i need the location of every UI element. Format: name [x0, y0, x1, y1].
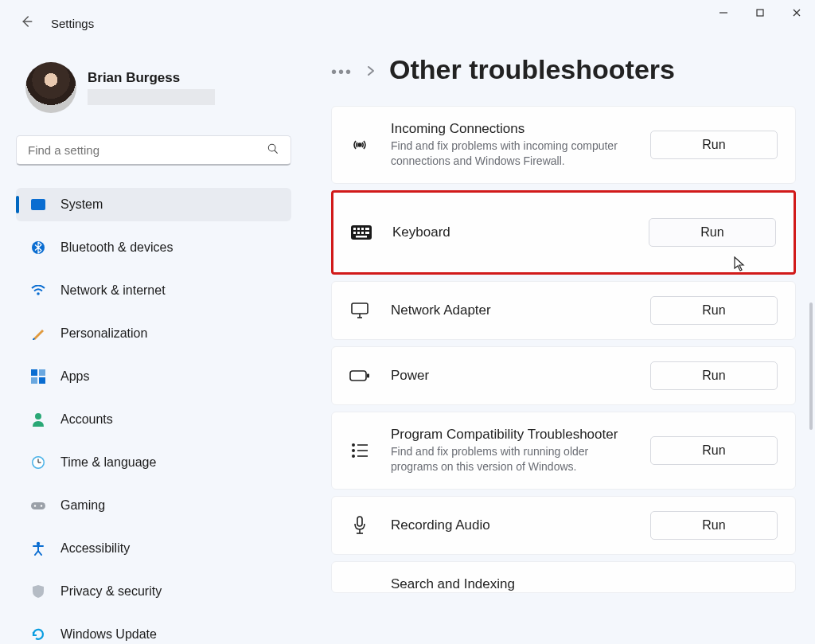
run-button[interactable]: Run	[650, 296, 778, 325]
user-profile[interactable]: Brian Burgess	[25, 62, 291, 113]
svg-rect-7	[31, 199, 45, 210]
svg-rect-30	[357, 232, 360, 234]
nav-accounts[interactable]: Accounts	[16, 403, 291, 436]
nav-personalization[interactable]: Personalization	[16, 317, 291, 350]
battery-icon	[348, 369, 372, 382]
nav-update[interactable]: Windows Update	[16, 618, 291, 644]
troubleshooter-recording-audio: Recording Audio Run	[331, 496, 796, 555]
main-content: ••• Other troubleshooters Incoming Conne…	[331, 59, 796, 632]
nav: System Bluetooth & devices Network & int…	[16, 188, 291, 644]
svg-point-9	[37, 292, 40, 295]
minimize-button[interactable]	[705, 0, 742, 25]
nav-privacy[interactable]: Privacy & security	[16, 575, 291, 608]
svg-line-6	[275, 150, 277, 153]
run-button[interactable]: Run	[650, 436, 778, 465]
close-button[interactable]	[778, 0, 815, 25]
svg-rect-29	[353, 232, 356, 234]
svg-rect-11	[39, 369, 45, 376]
svg-rect-13	[39, 377, 45, 384]
troubleshooter-incoming-connections: Incoming Connections Find and fix proble…	[331, 106, 796, 184]
troubleshooter-title: Search and Indexing	[391, 576, 778, 592]
svg-rect-38	[367, 373, 369, 377]
run-button[interactable]: Run	[650, 131, 778, 159]
nav-label: Apps	[60, 369, 89, 384]
nav-label: System	[60, 197, 103, 212]
troubleshooter-search-indexing: Search and Indexing	[331, 561, 796, 593]
page-title: Other troubleshooters	[389, 59, 675, 85]
mic-icon	[348, 516, 372, 535]
gamepad-icon	[30, 500, 46, 511]
svg-rect-32	[365, 232, 369, 234]
person-icon	[30, 412, 46, 427]
header: Settings	[19, 14, 94, 33]
user-email-placeholder	[88, 89, 215, 105]
list-icon	[348, 443, 372, 459]
nav-label: Network & internet	[60, 283, 166, 298]
run-button[interactable]: Run	[649, 218, 776, 247]
svg-rect-10	[31, 369, 37, 376]
svg-point-21	[41, 505, 42, 506]
nav-accessibility[interactable]: Accessibility	[16, 532, 291, 565]
window-controls	[705, 0, 815, 32]
back-button[interactable]	[19, 14, 33, 33]
svg-point-41	[353, 449, 354, 451]
nav-bluetooth[interactable]: Bluetooth & devices	[16, 231, 291, 264]
antenna-icon	[348, 135, 372, 154]
svg-rect-28	[365, 228, 369, 230]
svg-rect-27	[361, 228, 364, 230]
svg-point-23	[358, 143, 361, 146]
scrollbar[interactable]	[809, 302, 813, 430]
troubleshooter-power: Power Run	[331, 346, 796, 405]
run-button[interactable]: Run	[650, 361, 778, 390]
user-name: Brian Burgess	[88, 70, 215, 86]
maximize-button[interactable]	[742, 0, 778, 25]
search-input[interactable]	[28, 143, 243, 157]
avatar	[25, 62, 76, 113]
sidebar: Brian Burgess System Bluetooth & devices…	[16, 62, 291, 644]
update-icon	[30, 627, 46, 642]
paintbrush-icon	[30, 326, 46, 341]
svg-rect-37	[350, 371, 366, 381]
search-icon	[267, 142, 279, 158]
troubleshooter-title: Power	[391, 368, 631, 384]
svg-rect-33	[356, 236, 367, 238]
svg-rect-31	[361, 232, 364, 234]
troubleshooter-title: Recording Audio	[391, 517, 631, 533]
svg-point-43	[353, 455, 354, 456]
svg-rect-1	[757, 10, 763, 16]
bluetooth-icon	[30, 240, 46, 255]
svg-rect-25	[353, 228, 356, 230]
nav-apps[interactable]: Apps	[16, 360, 291, 393]
nav-system[interactable]: System	[16, 188, 291, 221]
svg-point-20	[34, 505, 36, 506]
nav-label: Accessibility	[60, 541, 130, 556]
nav-network[interactable]: Network & internet	[16, 274, 291, 307]
nav-label: Privacy & security	[60, 584, 162, 599]
troubleshooter-desc: Find and fix problems with incoming comp…	[391, 139, 622, 169]
svg-rect-12	[31, 377, 37, 384]
troubleshooter-title: Program Compatibility Troubleshooter	[391, 427, 631, 443]
search-box[interactable]	[16, 135, 291, 166]
system-icon	[30, 199, 46, 210]
troubleshooter-network-adapter: Network Adapter Run	[331, 281, 796, 340]
nav-label: Personalization	[60, 326, 147, 341]
troubleshooter-keyboard: Keyboard Run	[331, 190, 796, 275]
apps-icon	[30, 369, 46, 384]
troubleshooter-desc: Find and fix problems with running older…	[391, 444, 622, 474]
app-title: Settings	[51, 17, 94, 30]
nav-label: Accounts	[60, 412, 113, 427]
breadcrumb-more-icon[interactable]: •••	[331, 63, 353, 81]
shield-icon	[30, 584, 46, 599]
nav-label: Time & language	[60, 455, 156, 470]
troubleshooter-title: Network Adapter	[391, 302, 631, 318]
svg-rect-19	[31, 502, 45, 509]
nav-gaming[interactable]: Gaming	[16, 489, 291, 522]
svg-rect-45	[357, 517, 362, 526]
breadcrumb: ••• Other troubleshooters	[331, 59, 796, 85]
svg-point-39	[353, 443, 354, 445]
nav-time[interactable]: Time & language	[16, 446, 291, 479]
svg-rect-34	[352, 303, 368, 314]
svg-point-14	[35, 413, 41, 420]
keyboard-icon	[349, 225, 373, 240]
run-button[interactable]: Run	[650, 511, 778, 540]
